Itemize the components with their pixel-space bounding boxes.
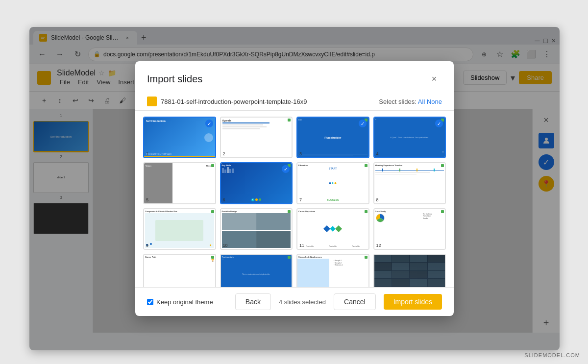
- file-icon: [147, 97, 157, 106]
- select-slides: Select slides: All None: [379, 98, 442, 105]
- slide-item-2[interactable]: Agenda 2: [220, 117, 293, 158]
- keep-theme-checkbox[interactable]: [147, 299, 153, 305]
- slides-grid: Self Introduction PRESENTATION TEMPLATE …: [143, 117, 446, 287]
- modal-file-info: 7881-01-self-introduction-powerpoint-tem…: [135, 93, 454, 111]
- cancel-button[interactable]: Cancel: [334, 293, 376, 310]
- keep-theme-option: Keep original theme: [147, 298, 213, 306]
- import-modal: Import slides × 7881-01-self-introductio…: [135, 61, 454, 316]
- slide-check-1: ✓: [205, 120, 213, 127]
- file-name-row: 7881-01-self-introduction-powerpoint-tem…: [147, 97, 307, 106]
- modal-header: Import slides ×: [135, 61, 454, 93]
- slide-item-5[interactable]: Mission Vision 5: [143, 162, 216, 204]
- select-none-link[interactable]: None: [427, 98, 442, 105]
- modal-slides-grid[interactable]: Self Introduction PRESENTATION TEMPLATE …: [135, 111, 454, 287]
- slide-item-15[interactable]: Strengths & Weaknesses • Strength 1 • St…: [296, 254, 369, 287]
- slide-item-11[interactable]: Career Objectives Placeholder Placeholde…: [296, 208, 369, 250]
- slide-num-6: 6: [223, 197, 225, 202]
- slide-item-4[interactable]: " A "Quote" - This is a placeholder text…: [373, 117, 446, 158]
- select-all-link[interactable]: All: [418, 98, 425, 105]
- watermark: SLIDEMODEL.COM: [524, 352, 580, 358]
- slide-check-4: ✓: [435, 120, 443, 127]
- import-slides-button[interactable]: Import slides: [384, 294, 442, 310]
- slide-item-12[interactable]: Case Study: [373, 208, 446, 250]
- slide-num-9: 9: [146, 243, 148, 248]
- slide-item-1[interactable]: Self Introduction PRESENTATION TEMPLATE …: [143, 117, 216, 158]
- slide-item-9[interactable]: Companies & Clients I Worked For 9: [143, 208, 216, 250]
- slide-num-12: 12: [376, 243, 381, 248]
- slide-num-2: 2: [223, 151, 225, 156]
- slide-item-6[interactable]: Key Skills AI: [220, 162, 293, 204]
- modal-close-button[interactable]: ×: [426, 71, 442, 87]
- slide-num-4: 4: [376, 151, 379, 156]
- browser-window: SlideModel - Google Slides × + ─ □ × ← →…: [29, 27, 560, 350]
- file-name: 7881-01-self-introduction-powerpoint-tem…: [161, 98, 307, 105]
- modal-overlay: Import slides × 7881-01-self-introductio…: [29, 27, 560, 350]
- slide-item-10[interactable]: Portfolio Design 10: [220, 208, 293, 250]
- slide-num-11: 11: [299, 243, 304, 248]
- slide-num-10: 10: [223, 243, 228, 248]
- keep-theme-label: Keep original theme: [156, 298, 213, 306]
- back-button[interactable]: Back: [235, 293, 271, 310]
- slide-item-14[interactable]: Testimonials " This is a testimonial quo…: [220, 254, 293, 287]
- slide-num-5: 5: [146, 197, 148, 202]
- footer-buttons: Back 4 slides selected Cancel Import sli…: [235, 293, 442, 310]
- slide-check-3: ✓: [359, 120, 367, 127]
- modal-title: Import slides: [147, 73, 202, 85]
- slides-count: 4 slides selected: [279, 298, 326, 306]
- modal-footer: Keep original theme Back 4 slides select…: [135, 287, 454, 316]
- slide-item-16[interactable]: [373, 254, 446, 287]
- slide-item-13[interactable]: Career Path 🏆 13: [143, 254, 216, 287]
- slide-num-3: 3: [299, 151, 302, 156]
- slide-item-8[interactable]: Working Experience Timeline: [373, 162, 446, 204]
- slide-item-3[interactable]: BIO Placeholder 3 ✓: [296, 117, 369, 158]
- slide-num-1: 1: [146, 151, 148, 156]
- slide-item-7[interactable]: Education START SUCCESS: [296, 162, 369, 204]
- slide-num-7: 7: [299, 197, 302, 202]
- slide-num-8: 8: [376, 197, 379, 202]
